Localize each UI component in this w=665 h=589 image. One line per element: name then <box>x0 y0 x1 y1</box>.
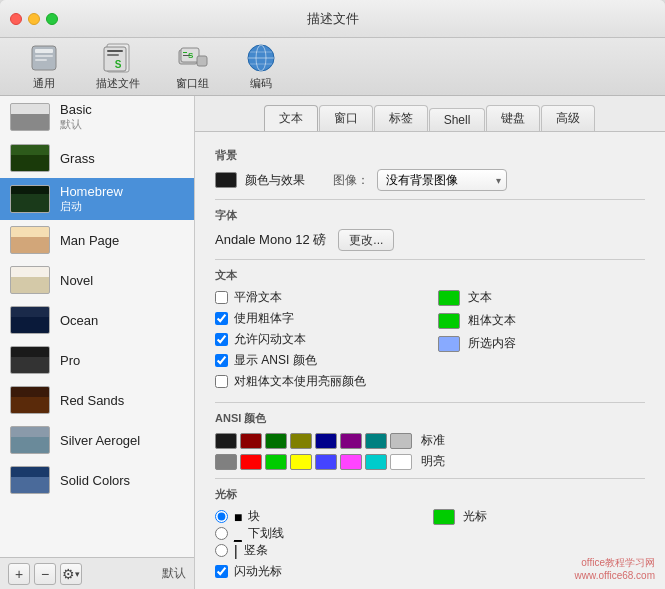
basic-text: Basic 默认 <box>60 102 92 132</box>
ansi-bright-7[interactable] <box>390 454 412 470</box>
close-button[interactable] <box>10 13 22 25</box>
svg-text:S: S <box>115 59 122 70</box>
sidebar-item-ocean[interactable]: Ocean <box>0 300 194 340</box>
toolbar-general[interactable]: 通用 <box>20 38 68 95</box>
windowgroup-icon: S <box>177 42 209 74</box>
ansi-normal-row: 标准 <box>215 432 645 449</box>
cursor-left-col: ■ 块 _ 下划线 | 竖条 <box>215 508 427 584</box>
background-color-swatch[interactable] <box>215 172 237 188</box>
silveraerogel-thumbnail <box>10 426 50 454</box>
sidebar-item-solidcolors[interactable]: Solid Colors <box>0 460 194 500</box>
show-ansi-row: 显示 ANSI 颜色 <box>215 352 422 369</box>
ansi-normal-3[interactable] <box>290 433 312 449</box>
minimize-button[interactable] <box>28 13 40 25</box>
basic-sublabel: 默认 <box>60 117 92 132</box>
sidebar-footer: + − ⚙ ▾ 默认 <box>0 557 194 589</box>
tab-tab[interactable]: 标签 <box>374 105 428 131</box>
gear-icon: ⚙ <box>62 566 75 582</box>
tab-text[interactable]: 文本 <box>264 105 318 131</box>
settings-profile-button[interactable]: ⚙ ▾ <box>60 563 82 585</box>
background-image-dropdown[interactable]: 没有背景图像 <box>377 169 507 191</box>
background-color-label: 颜色与效果 <box>245 172 305 189</box>
sidebar-item-silveraerogel[interactable]: Silver Aerogel <box>0 420 194 460</box>
tab-window[interactable]: 窗口 <box>319 105 373 131</box>
cursor-color-swatch[interactable] <box>433 509 455 525</box>
encoding-label: 编码 <box>250 76 272 91</box>
bold-text-checkbox[interactable] <box>215 312 228 325</box>
ansi-bright-6[interactable] <box>365 454 387 470</box>
basic-label: Basic <box>60 102 92 117</box>
ansi-normal-6[interactable] <box>365 433 387 449</box>
sidebar-item-manpage[interactable]: Man Page <box>0 220 194 260</box>
pro-label: Pro <box>60 353 80 368</box>
ansi-bright-5[interactable] <box>340 454 362 470</box>
background-image-label: 图像： <box>333 172 369 189</box>
sidebar-item-grass[interactable]: Grass <box>0 138 194 178</box>
maximize-button[interactable] <box>46 13 58 25</box>
show-ansi-checkbox[interactable] <box>215 354 228 367</box>
text-color-swatch[interactable] <box>438 290 460 306</box>
toolbar-encoding[interactable]: 编码 <box>237 38 285 95</box>
ansi-bright-2[interactable] <box>265 454 287 470</box>
redsands-label: Red Sands <box>60 393 124 408</box>
silveraerogel-text: Silver Aerogel <box>60 433 140 448</box>
text-right-col: 文本 粗体文本 所选内容 <box>438 289 645 394</box>
general-label: 通用 <box>33 76 55 91</box>
ansi-normal-5[interactable] <box>340 433 362 449</box>
manpage-label: Man Page <box>60 233 119 248</box>
sidebar-item-pro[interactable]: Pro <box>0 340 194 380</box>
default-label[interactable]: 默认 <box>162 565 186 582</box>
ansi-normal-4[interactable] <box>315 433 337 449</box>
selection-color-swatch[interactable] <box>438 336 460 352</box>
homebrew-sublabel: 启动 <box>60 199 123 214</box>
traffic-lights <box>10 13 58 25</box>
ansi-bright-1[interactable] <box>240 454 262 470</box>
tab-advanced[interactable]: 高级 <box>541 105 595 131</box>
ansi-bright-0[interactable] <box>215 454 237 470</box>
font-section-title: 字体 <box>215 208 645 223</box>
ansi-bright-3[interactable] <box>290 454 312 470</box>
cursor-block-label: 块 <box>248 508 260 525</box>
novel-thumbnail <box>10 266 50 294</box>
ansi-bright-4[interactable] <box>315 454 337 470</box>
manpage-text: Man Page <box>60 233 119 248</box>
blink-text-checkbox[interactable] <box>215 333 228 346</box>
svg-rect-6 <box>107 50 123 52</box>
tab-shell[interactable]: Shell <box>429 108 486 131</box>
ansi-normal-7[interactable] <box>390 433 412 449</box>
sidebar-item-basic[interactable]: Basic 默认 <box>0 96 194 138</box>
ocean-label: Ocean <box>60 313 98 328</box>
sidebar-item-homebrew[interactable]: Homebrew 启动 <box>0 178 194 220</box>
toolbar-profile[interactable]: S 描述文件 <box>88 38 148 95</box>
sidebar-item-novel[interactable]: Novel <box>0 260 194 300</box>
text-section-title: 文本 <box>215 268 645 283</box>
smooth-text-checkbox[interactable] <box>215 291 228 304</box>
ansi-normal-0[interactable] <box>215 433 237 449</box>
cursor-underline-radio[interactable] <box>215 527 228 540</box>
cursor-block-radio[interactable] <box>215 510 228 523</box>
remove-profile-button[interactable]: − <box>34 563 56 585</box>
windowgroup-label: 窗口组 <box>176 76 209 91</box>
sidebar: Basic 默认 Grass Homebrew 启动 <box>0 96 195 589</box>
cursor-block-icon: ■ <box>234 509 242 525</box>
bold-text-row: 使用粗体字 <box>215 310 422 327</box>
cursor-bar-radio[interactable] <box>215 544 228 557</box>
ansi-section-title: ANSI 颜色 <box>215 411 645 426</box>
sidebar-item-redsands[interactable]: Red Sands <box>0 380 194 420</box>
basic-thumbnail <box>10 103 50 131</box>
cursor-blink-checkbox[interactable] <box>215 565 228 578</box>
text-color-label: 文本 <box>468 289 492 306</box>
toolbar-windowgroup[interactable]: S 窗口组 <box>168 38 217 95</box>
bold-color-row: 粗体文本 <box>438 312 645 329</box>
ansi-normal-2[interactable] <box>265 433 287 449</box>
bold-color-swatch[interactable] <box>438 313 460 329</box>
tab-keyboard[interactable]: 键盘 <box>486 105 540 131</box>
bright-bold-checkbox[interactable] <box>215 375 228 388</box>
settings-area: 背景 颜色与效果 图像： 没有背景图像 字体 Andale Mono 12 磅 … <box>195 132 665 589</box>
background-image-dropdown-wrap[interactable]: 没有背景图像 <box>377 169 507 191</box>
ansi-normal-1[interactable] <box>240 433 262 449</box>
svg-rect-11 <box>183 52 187 53</box>
add-profile-button[interactable]: + <box>8 563 30 585</box>
font-change-button[interactable]: 更改... <box>338 229 394 251</box>
svg-rect-3 <box>35 59 47 61</box>
